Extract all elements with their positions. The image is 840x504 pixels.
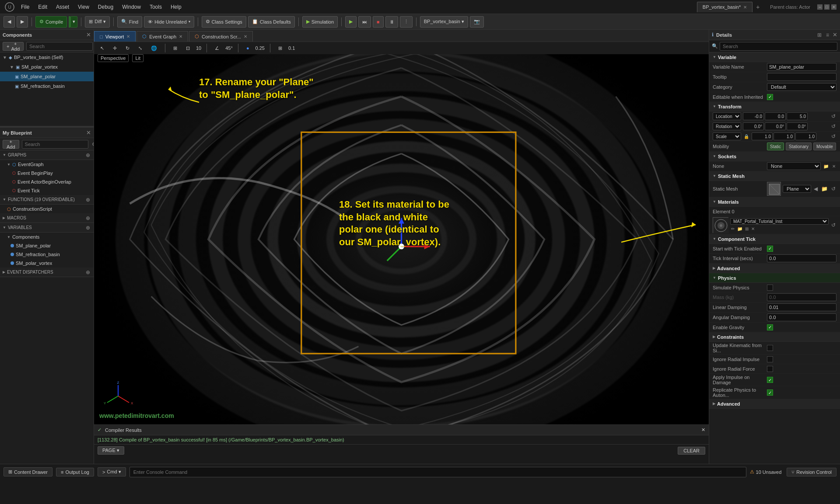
scale-type-select[interactable]: Scale [713,132,741,140]
blueprint-search-input[interactable] [22,140,88,149]
impulse-checkbox[interactable]: ✓ [767,377,773,383]
material-more-btn[interactable]: ⊞ [744,226,749,232]
angular-damping-input[interactable] [767,313,836,321]
forward-btn[interactable]: ▶ [17,16,28,28]
diff-btn[interactable]: ⊞ Diff ▾ [85,16,109,28]
functions-add-btn[interactable]: ⊕ [85,196,91,204]
scale-z[interactable] [795,132,816,140]
simulation-btn[interactable]: ▶ Simulation [302,16,338,28]
cmd-btn[interactable]: > Cmd ▾ [98,467,126,476]
tab-event-close[interactable]: ✕ [179,34,182,39]
tab-construction-script[interactable]: ⬡ Construction Scr... ✕ [189,31,253,42]
parent-socket-select[interactable]: None [767,162,821,170]
sockets-section-header[interactable]: ▼ Sockets [709,152,840,161]
mobility-movable-btn[interactable]: Movable [813,143,836,150]
components-search-input[interactable] [26,42,93,51]
graphs-add-btn[interactable]: ⊕ [85,151,91,159]
update-kinematic-checkbox[interactable] [767,345,773,351]
skip-btn[interactable]: ⏭ [358,16,371,28]
compile-arrow-btn[interactable]: ▾ [70,16,77,28]
advanced-bottom-header[interactable]: ▶ Advanced [709,399,840,409]
compile-btn[interactable]: ⚙ Compile [35,16,67,28]
gravity-checkbox[interactable]: ✓ [767,324,773,330]
details-search-input[interactable] [720,42,837,51]
location-reset-btn[interactable]: ↺ [830,113,836,119]
menu-view[interactable]: View [76,3,91,11]
var-sm-polar-vortex[interactable]: SM_polar_vortex [0,259,94,268]
rotate-btn[interactable]: ↻ [123,45,132,52]
menu-file[interactable]: File [19,3,31,11]
select-mode-btn[interactable]: ↖ [98,45,107,52]
variable-name-input[interactable] [767,63,836,71]
tree-item-sm-refraction-basin[interactable]: ▣ SM_refraction_basin [0,81,94,91]
mesh-browse-btn[interactable]: 📁 [820,185,829,193]
tick-interval-input[interactable] [767,254,836,262]
rotation-snap-btn[interactable]: ∠ [212,45,222,52]
class-defaults-btn[interactable]: 📋 Class Defaults [248,16,295,28]
editable-checkbox[interactable]: ✓ [767,94,773,100]
rotation-y[interactable] [765,122,786,130]
physics-section-header[interactable]: ▼ Physics [709,273,840,283]
mobility-stationary-btn[interactable]: Stationary [786,143,812,150]
menu-window[interactable]: Window [120,3,143,11]
scale-snap-btn[interactable]: ● [244,45,252,52]
new-tab-btn[interactable]: + [752,2,763,12]
grid-snap-btn[interactable]: ⊡ [183,45,192,52]
menu-debug[interactable]: Debug [96,3,115,11]
socket-clear-btn[interactable]: ✕ [831,163,836,170]
components-var-section[interactable]: ▼ Components [0,233,94,241]
camera-btn[interactable]: 📷 [470,16,484,28]
blueprint-name-btn[interactable]: BP_vortex_basin ▾ [420,16,468,28]
rotation-type-select[interactable]: Rotation [713,122,741,130]
functions-section-header[interactable]: ▼ FUNCTIONS (19 OVERRIDABLE) ⊕ [0,195,94,205]
material-browse-btn[interactable]: 📁 [736,226,743,232]
scale-y[interactable] [774,132,794,140]
var-sm-refraction[interactable]: SM_refraction_basin [0,250,94,259]
mesh-reset-btn[interactable]: ↺ [830,186,836,192]
location-x[interactable] [743,112,764,120]
console-input[interactable] [130,467,746,477]
hide-unrelated-btn[interactable]: 👁 Hide Unrelated ▾ [144,16,194,28]
blueprint-add-btn[interactable]: + Add [3,140,19,149]
blueprint-tab-close[interactable]: ✕ [743,5,747,10]
static-mesh-select[interactable]: Plane [783,185,811,193]
tree-item-sm-plane-polar[interactable]: ▣ SM_plane_polar [0,72,94,81]
static-mesh-section-header[interactable]: ▼ Static Mesh [709,171,840,181]
event-actor-begin-overlap[interactable]: ⬡ Event ActorBeginOverlap [0,177,94,186]
var-sm-plane-polar[interactable]: SM_plane_polar [0,241,94,250]
world-btn[interactable]: 🌐 [148,45,160,52]
location-z[interactable] [787,112,808,120]
stop-btn[interactable]: ■ [373,16,384,28]
rotation-x[interactable] [743,122,764,130]
components-panel-close[interactable]: ✕ [86,31,91,38]
radial-force-checkbox[interactable] [767,366,773,372]
materials-section-header[interactable]: ▼ Materials [709,197,840,207]
components-add-btn[interactable]: + + Add [3,42,24,51]
material-reset-btn[interactable]: ↺ [830,222,836,228]
pause-btn[interactable]: ⏸ [385,16,398,28]
tree-item-bp-root[interactable]: ▼ ◆ BP_vortex_basin (Self) [0,52,94,62]
replicate-checkbox[interactable]: ✓ [767,389,773,396]
construction-script-item[interactable]: ⬡ ConstructionScript [0,205,94,213]
location-type-select[interactable]: Location [713,112,741,120]
rotation-reset-btn[interactable]: ↺ [830,123,836,129]
variable-section-header[interactable]: ▼ Variable [709,52,840,62]
event-dispatchers-header[interactable]: ▶ EVENT DISPATCHERS ⊕ [0,268,94,277]
perspective-btn[interactable]: Perspective [98,54,129,62]
content-drawer-btn[interactable]: ⊞ Content Drawer [4,467,52,476]
radial-impulse-checkbox[interactable] [767,356,773,362]
tab-viewport-close[interactable]: ✕ [126,34,130,39]
details-close[interactable]: ✕ [833,31,837,38]
maximize-btn[interactable]: □ [824,4,830,10]
advanced-section-header[interactable]: ▶ Advanced [709,264,840,273]
scale-x[interactable] [752,132,773,140]
scale-lock-btn[interactable]: 🔒 [743,133,750,140]
blueprint-panel-close[interactable]: ✕ [86,129,91,136]
scale-reset-btn[interactable]: ↺ [830,133,836,139]
menu-help[interactable]: Help [169,3,183,11]
page-btn[interactable]: PAGE ▾ [98,446,124,455]
lit-btn[interactable]: Lit [132,54,144,62]
viewport[interactable]: ↖ ✛ ↻ ⤡ 🌐 ⊞ ⊡ 10 ∠ 45° ● 0.25 ⊞ 0.1 [94,42,709,424]
split-view-btn[interactable]: ⊞ [276,45,285,52]
minimize-btn[interactable]: – [817,4,822,10]
